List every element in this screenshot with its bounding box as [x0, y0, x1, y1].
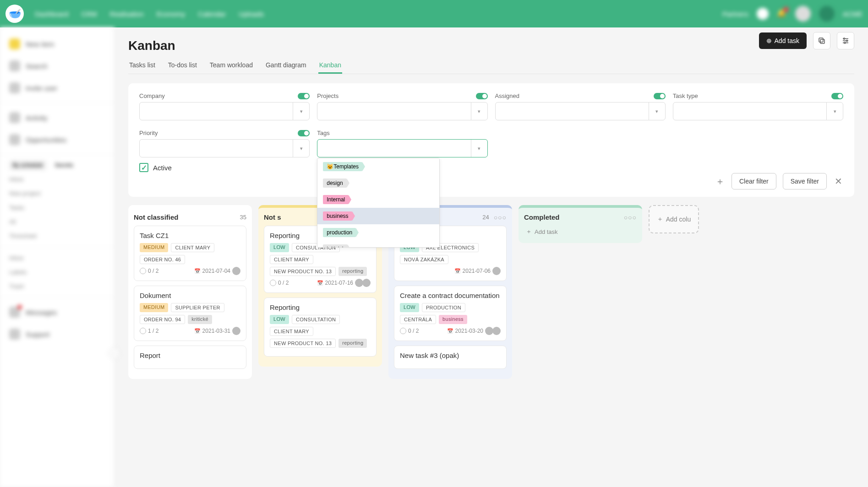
help-icon[interactable] — [757, 8, 769, 20]
nav-uploads[interactable]: Uploads — [239, 10, 264, 18]
nav-crm[interactable]: CRM — [81, 10, 97, 18]
nav-calendar[interactable]: Calendar — [198, 10, 226, 18]
toggle-icon[interactable] — [831, 93, 843, 99]
plus-icon: ＋ — [657, 215, 663, 223]
user-avatar[interactable] — [795, 6, 811, 22]
toggle-icon[interactable] — [476, 93, 488, 99]
sidebar-messages[interactable]: Messages — [0, 301, 114, 323]
sidebar-support[interactable]: Support — [0, 323, 114, 345]
add-filter-icon[interactable]: ＋ — [715, 176, 725, 186]
priority-select[interactable]: ▾ — [139, 139, 310, 157]
sidebar-new-item[interactable]: New item — [0, 33, 114, 55]
copy-icon[interactable] — [813, 32, 830, 49]
tab-gantt[interactable]: Gantt diagram — [265, 58, 307, 74]
org-name[interactable]: ACME — [843, 10, 863, 18]
notifications-icon[interactable]: 🔔 — [777, 9, 787, 19]
card-pill: ORDER NO. 46 — [140, 255, 185, 264]
tag-option[interactable]: 😺Templates — [317, 158, 439, 175]
kanban-card[interactable]: Task CZ1MEDIUMCLIENT MARYORDER NO. 460 /… — [134, 226, 246, 281]
sidebar: New item Search Invite user Activity Opp… — [0, 27, 115, 487]
task-type-select[interactable]: ▾ — [673, 102, 843, 120]
close-icon[interactable]: ✕ — [833, 176, 843, 186]
kanban-card[interactable]: ReportingLOWCONSULTATIONCLIENT MARYNEW P… — [264, 298, 377, 357]
sidebar-search[interactable]: Search — [0, 55, 114, 77]
card-pill: CLIENT MARY — [171, 243, 214, 252]
filter-company: Company ▾ — [139, 92, 310, 120]
tab-kanban[interactable]: Kanban — [318, 58, 342, 74]
card-title: New task #3 (opak) — [400, 352, 501, 359]
filter-tags: Tags ▾ 😺TemplatesdesignInternalbusinessp… — [317, 130, 487, 157]
card-date: 2021-07-16 — [325, 280, 353, 286]
kanban-card[interactable]: Create a contract documentationLOWPRODUC… — [394, 286, 507, 341]
sidebar-item[interactable]: New project — [0, 186, 114, 200]
svg-point-7 — [844, 42, 846, 43]
app-logo[interactable]: 🥣 — [5, 5, 24, 23]
tab-tasks-list[interactable]: Tasks list — [128, 58, 156, 74]
sidebar-item[interactable]: Timesheet — [0, 229, 114, 243]
settings-sliders-icon[interactable] — [837, 32, 854, 49]
add-task-button[interactable]: ⊕ Add task — [759, 32, 807, 49]
filter-panel: Company ▾ Projects ▾ Assigned ▾ Task typ… — [128, 83, 854, 197]
partners-menu[interactable]: Partners — [722, 10, 748, 18]
company-select[interactable]: ▾ — [139, 102, 310, 120]
kanban-card[interactable]: New task #3 (opak) — [394, 346, 507, 369]
chevron-down-icon: ▾ — [471, 103, 487, 120]
assignee-avatar — [232, 327, 240, 335]
kanban-card[interactable]: Report — [134, 346, 246, 369]
nav-economy[interactable]: Economy — [157, 10, 186, 18]
chevron-down-icon: ▾ — [471, 140, 487, 157]
tag-chip: business — [323, 211, 352, 221]
card-pill: reporting — [338, 339, 367, 348]
sidebar-item[interactable]: Inbox — [0, 172, 114, 186]
card-progress: 0 / 2 — [278, 280, 289, 286]
sidebar-tab-schedule[interactable]: By schedule — [9, 160, 46, 170]
assigned-select[interactable]: ▾ — [495, 102, 666, 120]
sidebar-item[interactable]: Tasks — [0, 200, 114, 215]
filter-assigned: Assigned ▾ — [495, 92, 666, 120]
nav-realisation[interactable]: Realisation — [110, 10, 144, 18]
tag-chip: Internal — [323, 195, 349, 204]
sidebar-item[interactable]: Inbox — [0, 251, 114, 265]
sidebar-item[interactable]: Trash — [0, 279, 114, 293]
filter-priority: Priority ▾ — [139, 130, 310, 157]
card-title: Reporting — [270, 303, 371, 311]
tab-team-workload[interactable]: Team workload — [209, 58, 254, 74]
add-column-button[interactable]: ＋Add colu — [649, 205, 699, 233]
column-menu-icon[interactable]: ○○○ — [494, 214, 507, 221]
tag-option[interactable]: design — [317, 175, 439, 191]
kanban-card[interactable]: DokumentMEDIUMSUPPLIER PETERORDER NO. 94… — [134, 286, 246, 341]
toggle-icon[interactable] — [298, 130, 310, 136]
tags-select[interactable]: ▾ — [317, 139, 487, 157]
save-filter-button[interactable]: Save filter — [783, 173, 827, 189]
sidebar-item[interactable]: Labels — [0, 265, 114, 279]
sidebar-item[interactable]: All — [0, 215, 114, 229]
nav-dashboard[interactable]: Dashboard — [35, 10, 68, 18]
sidebar-activity[interactable]: Activity — [0, 107, 114, 129]
toggle-icon[interactable] — [654, 93, 666, 99]
active-checkbox[interactable]: ✓ — [139, 163, 148, 172]
add-task-link[interactable]: ＋Add task — [524, 226, 637, 238]
chevron-down-icon: ▾ — [293, 140, 309, 157]
card-pill: CONSULTATION — [292, 315, 340, 324]
chevron-down-icon: ▾ — [826, 103, 843, 120]
sidebar-invite[interactable]: Invite user — [0, 77, 114, 99]
toggle-icon[interactable] — [298, 93, 310, 99]
card-pill: PRODUCTION — [422, 303, 465, 312]
tag-option[interactable]: business — [317, 208, 439, 224]
card-pill: CLIENT MARY — [270, 327, 313, 336]
column-menu-icon[interactable]: ○○○ — [624, 214, 637, 221]
tab-todos-list[interactable]: To-dos list — [167, 58, 198, 74]
collapse-sidebar-icon[interactable]: ‹ — [109, 348, 120, 359]
card-pill: LOW — [400, 303, 419, 312]
tags-dropdown[interactable]: 😺TemplatesdesignInternalbusinessproducti… — [317, 158, 440, 248]
sidebar-tab-secrets[interactable]: Secrets — [51, 160, 77, 170]
projects-select[interactable]: ▾ — [317, 102, 487, 120]
org-avatar[interactable] — [819, 6, 835, 22]
page-title: Kanban — [128, 38, 854, 53]
tag-option[interactable]: production — [317, 224, 439, 241]
sidebar-opportunities[interactable]: Opportunities — [0, 129, 114, 151]
tag-option[interactable]: kritické — [317, 241, 439, 248]
tag-option[interactable]: Internal — [317, 191, 439, 208]
calendar-icon: 📅 — [454, 268, 461, 274]
clear-filter-button[interactable]: Clear filter — [732, 173, 776, 189]
